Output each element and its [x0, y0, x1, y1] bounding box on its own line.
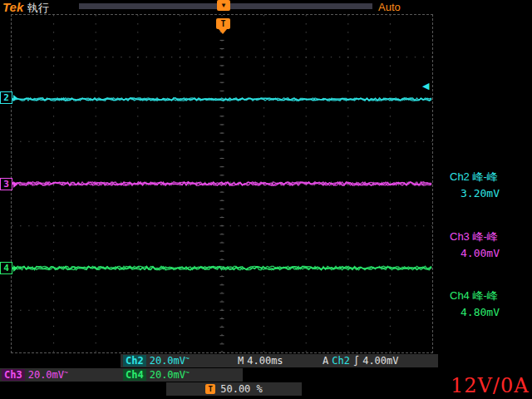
ch3-scale-text: 20.0mV: [28, 369, 64, 381]
ch2-coupling-icon: ~: [185, 355, 190, 362]
readout-bar-ch34: Ch3 20.0mV~ Ch4 20.0mV~: [0, 368, 243, 382]
channel2-marker-arrow-icon: [13, 95, 17, 101]
oscilloscope-display: Tek 執行 ▼ Auto T 2 3 4 ◀ Ch2 峰-峰 3.20mV C…: [0, 0, 532, 399]
channel3-marker: 3: [0, 178, 12, 190]
measurement-value: 4.00mV: [450, 247, 532, 259]
timebase-value: 4.00ms: [247, 355, 283, 367]
measurement-ch4: Ch4 峰-峰 4.80mV: [450, 288, 532, 318]
ch2-tag: Ch2: [123, 355, 146, 367]
ch4-tag: Ch4: [123, 369, 146, 381]
trigger-slope-icon: ∫: [353, 355, 359, 367]
ch2-scale-text: 20.0mV: [150, 355, 185, 367]
ch3-scale-value: 20.0mV~: [28, 369, 68, 381]
trigger-position-value: 50.00 %: [220, 383, 263, 395]
channel4-marker: 4: [0, 262, 12, 274]
output-status: 12V/0A: [451, 374, 530, 397]
channel2-marker: 2: [0, 91, 12, 104]
ch4-scale-value: 20.0mV~: [150, 369, 190, 381]
trigger-prefix: A: [323, 355, 328, 367]
trigger-source: Ch2: [332, 355, 350, 367]
trigger-position-icon: T: [205, 384, 215, 394]
ch3-scale-readout: Ch3 20.0mV~: [2, 368, 68, 382]
trigger-position-readout: T 50.00 %: [166, 382, 302, 396]
measurement-ch3: Ch3 峰-峰 4.00mV: [450, 229, 532, 259]
trigger-level-arrow-icon: ◀: [422, 81, 429, 91]
ch4-scale-text: 20.0mV: [150, 369, 185, 381]
measurement-value: 4.80mV: [450, 306, 532, 318]
ch2-scale-readout: Ch2 20.0mV~: [123, 354, 190, 367]
measurement-label: Ch3 峰-峰: [450, 229, 532, 244]
channel2-marker-label: 2: [3, 92, 9, 103]
timebase-readout: M 4.00ms: [238, 354, 283, 367]
ch4-coupling-icon: ~: [185, 369, 190, 377]
channel3-marker-label: 3: [3, 179, 9, 190]
measurement-label: Ch4 峰-峰: [450, 288, 532, 303]
trigger-point-arrow-icon: [219, 29, 227, 34]
channel4-marker-label: 4: [3, 263, 9, 273]
down-arrow-icon: ▼: [220, 2, 227, 9]
ch4-scale-readout: Ch4 20.0mV~: [123, 368, 190, 382]
channel4-marker-arrow-icon: [13, 265, 17, 272]
trigger-mode-label: Auto: [378, 1, 401, 13]
measurement-ch2: Ch2 峰-峰 3.20mV: [450, 170, 532, 200]
graticule: [11, 14, 433, 353]
ch3-coupling-icon: ~: [64, 369, 68, 377]
ch3-tag: Ch3: [2, 369, 25, 381]
trigger-position-marker: ▼: [217, 0, 230, 11]
tek-logo: Tek: [2, 0, 23, 14]
timebase-prefix: M: [238, 355, 244, 367]
readout-bar-main: Ch2 20.0mV~ M 4.00ms A Ch2 ∫ 4.00mV: [121, 354, 438, 367]
trigger-level-value: 4.00mV: [362, 355, 398, 367]
channel3-marker-arrow-icon: [13, 181, 17, 188]
trigger-readout: A Ch2 ∫ 4.00mV: [323, 354, 399, 367]
measurement-value: 3.20mV: [450, 187, 532, 200]
ch2-scale-value: 20.0mV~: [150, 355, 190, 367]
trigger-point-badge: T: [216, 18, 230, 29]
measurement-label: Ch2 峰-峰: [450, 170, 532, 185]
waveform-plot: [12, 15, 432, 352]
